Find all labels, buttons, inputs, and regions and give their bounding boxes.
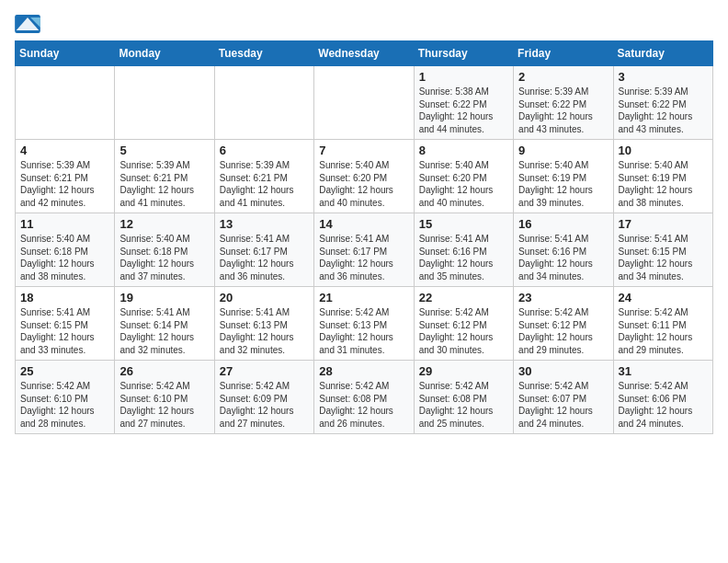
- calendar-day-cell: 5Sunrise: 5:39 AM Sunset: 6:21 PM Daylig…: [115, 140, 214, 213]
- calendar-day-cell: 22Sunrise: 5:42 AM Sunset: 6:12 PM Dayli…: [414, 287, 513, 361]
- calendar-day-cell: 27Sunrise: 5:42 AM Sunset: 6:09 PM Dayli…: [214, 361, 313, 434]
- day-info: Sunrise: 5:41 AM Sunset: 6:15 PM Dayligh…: [20, 306, 109, 356]
- day-number: 4: [20, 144, 109, 157]
- day-number: 8: [419, 144, 508, 157]
- calendar-day-cell: 1Sunrise: 5:38 AM Sunset: 6:22 PM Daylig…: [414, 66, 513, 140]
- day-info: Sunrise: 5:40 AM Sunset: 6:19 PM Dayligh…: [518, 159, 608, 209]
- calendar-day-cell: 21Sunrise: 5:42 AM Sunset: 6:13 PM Dayli…: [314, 287, 414, 361]
- calendar-day-cell: 11Sunrise: 5:40 AM Sunset: 6:18 PM Dayli…: [16, 213, 115, 287]
- day-info: Sunrise: 5:42 AM Sunset: 6:10 PM Dayligh…: [119, 380, 209, 430]
- day-number: 28: [319, 364, 408, 378]
- day-number: 31: [619, 364, 708, 378]
- day-number: 27: [220, 364, 309, 378]
- day-number: 25: [20, 364, 109, 378]
- day-number: 3: [619, 70, 708, 84]
- day-info: Sunrise: 5:39 AM Sunset: 6:22 PM Dayligh…: [518, 86, 608, 135]
- calendar-day-cell: [314, 66, 414, 140]
- day-info: Sunrise: 5:41 AM Sunset: 6:17 PM Dayligh…: [319, 233, 408, 282]
- day-number: 9: [518, 144, 608, 157]
- calendar-day-cell: 29Sunrise: 5:42 AM Sunset: 6:08 PM Dayli…: [414, 361, 513, 434]
- calendar-day-cell: 13Sunrise: 5:41 AM Sunset: 6:17 PM Dayli…: [214, 213, 313, 287]
- calendar-day-cell: 17Sunrise: 5:41 AM Sunset: 6:15 PM Dayli…: [613, 213, 712, 287]
- day-info: Sunrise: 5:41 AM Sunset: 6:13 PM Dayligh…: [220, 306, 309, 356]
- day-number: 11: [20, 217, 109, 231]
- day-info: Sunrise: 5:40 AM Sunset: 6:18 PM Dayligh…: [20, 233, 109, 282]
- day-number: 26: [119, 364, 209, 378]
- calendar-day-cell: 31Sunrise: 5:42 AM Sunset: 6:06 PM Dayli…: [613, 361, 712, 434]
- day-info: Sunrise: 5:39 AM Sunset: 6:21 PM Dayligh…: [20, 159, 109, 209]
- day-number: 1: [419, 70, 508, 84]
- day-info: Sunrise: 5:42 AM Sunset: 6:06 PM Dayligh…: [619, 380, 708, 430]
- day-info: Sunrise: 5:41 AM Sunset: 6:16 PM Dayligh…: [518, 233, 608, 282]
- calendar-day-cell: 7Sunrise: 5:40 AM Sunset: 6:20 PM Daylig…: [314, 140, 414, 213]
- calendar-day-cell: 18Sunrise: 5:41 AM Sunset: 6:15 PM Dayli…: [16, 287, 115, 361]
- calendar-day-cell: [115, 66, 214, 140]
- weekday-header-monday: Monday: [115, 41, 214, 66]
- calendar-day-cell: 10Sunrise: 5:40 AM Sunset: 6:19 PM Dayli…: [613, 140, 712, 213]
- weekday-header-tuesday: Tuesday: [214, 41, 313, 66]
- calendar-day-cell: 24Sunrise: 5:42 AM Sunset: 6:11 PM Dayli…: [613, 287, 712, 361]
- day-number: 12: [119, 217, 209, 231]
- day-info: Sunrise: 5:38 AM Sunset: 6:22 PM Dayligh…: [419, 86, 508, 135]
- day-number: 21: [319, 291, 408, 304]
- calendar-day-cell: 15Sunrise: 5:41 AM Sunset: 6:16 PM Dayli…: [414, 213, 513, 287]
- day-info: Sunrise: 5:40 AM Sunset: 6:20 PM Dayligh…: [319, 159, 408, 209]
- day-number: 30: [518, 364, 608, 378]
- calendar-day-cell: 9Sunrise: 5:40 AM Sunset: 6:19 PM Daylig…: [514, 140, 613, 213]
- day-info: Sunrise: 5:42 AM Sunset: 6:11 PM Dayligh…: [619, 306, 708, 356]
- day-number: 16: [518, 217, 608, 231]
- day-info: Sunrise: 5:39 AM Sunset: 6:22 PM Dayligh…: [619, 86, 708, 135]
- calendar-day-cell: 3Sunrise: 5:39 AM Sunset: 6:22 PM Daylig…: [613, 66, 712, 140]
- weekday-header-friday: Friday: [514, 41, 613, 66]
- day-number: 23: [518, 291, 608, 304]
- calendar-day-cell: [16, 66, 115, 140]
- day-info: Sunrise: 5:39 AM Sunset: 6:21 PM Dayligh…: [220, 159, 309, 209]
- calendar-day-cell: 8Sunrise: 5:40 AM Sunset: 6:20 PM Daylig…: [414, 140, 513, 213]
- day-number: 7: [319, 144, 408, 157]
- calendar-week-4: 18Sunrise: 5:41 AM Sunset: 6:15 PM Dayli…: [16, 287, 713, 361]
- day-number: 18: [20, 291, 109, 304]
- day-info: Sunrise: 5:41 AM Sunset: 6:17 PM Dayligh…: [220, 233, 309, 282]
- calendar-week-1: 1Sunrise: 5:38 AM Sunset: 6:22 PM Daylig…: [16, 66, 713, 140]
- header: [15, 15, 713, 33]
- day-number: 13: [220, 217, 309, 231]
- calendar-day-cell: 26Sunrise: 5:42 AM Sunset: 6:10 PM Dayli…: [115, 361, 214, 434]
- day-info: Sunrise: 5:42 AM Sunset: 6:12 PM Dayligh…: [419, 306, 508, 356]
- day-info: Sunrise: 5:42 AM Sunset: 6:10 PM Dayligh…: [20, 380, 109, 430]
- calendar-week-5: 25Sunrise: 5:42 AM Sunset: 6:10 PM Dayli…: [16, 361, 713, 434]
- day-number: 15: [419, 217, 508, 231]
- calendar-day-cell: 19Sunrise: 5:41 AM Sunset: 6:14 PM Dayli…: [115, 287, 214, 361]
- day-number: 29: [419, 364, 508, 378]
- calendar-day-cell: 25Sunrise: 5:42 AM Sunset: 6:10 PM Dayli…: [16, 361, 115, 434]
- calendar-day-cell: 16Sunrise: 5:41 AM Sunset: 6:16 PM Dayli…: [514, 213, 613, 287]
- calendar-day-cell: [214, 66, 313, 140]
- calendar-day-cell: 14Sunrise: 5:41 AM Sunset: 6:17 PM Dayli…: [314, 213, 414, 287]
- day-info: Sunrise: 5:42 AM Sunset: 6:08 PM Dayligh…: [319, 380, 408, 430]
- weekday-header-wednesday: Wednesday: [314, 41, 414, 66]
- calendar-header: SundayMondayTuesdayWednesdayThursdayFrid…: [16, 41, 713, 66]
- day-number: 22: [419, 291, 508, 304]
- weekday-row: SundayMondayTuesdayWednesdayThursdayFrid…: [16, 41, 713, 66]
- day-number: 24: [619, 291, 708, 304]
- day-number: 17: [619, 217, 708, 231]
- calendar-week-3: 11Sunrise: 5:40 AM Sunset: 6:18 PM Dayli…: [16, 213, 713, 287]
- day-number: 14: [319, 217, 408, 231]
- calendar-day-cell: 28Sunrise: 5:42 AM Sunset: 6:08 PM Dayli…: [314, 361, 414, 434]
- day-number: 10: [619, 144, 708, 157]
- day-info: Sunrise: 5:42 AM Sunset: 6:09 PM Dayligh…: [220, 380, 309, 430]
- day-info: Sunrise: 5:42 AM Sunset: 6:08 PM Dayligh…: [419, 380, 508, 430]
- day-info: Sunrise: 5:41 AM Sunset: 6:14 PM Dayligh…: [119, 306, 209, 356]
- calendar-day-cell: 12Sunrise: 5:40 AM Sunset: 6:18 PM Dayli…: [115, 213, 214, 287]
- calendar-day-cell: 4Sunrise: 5:39 AM Sunset: 6:21 PM Daylig…: [16, 140, 115, 213]
- weekday-header-thursday: Thursday: [414, 41, 513, 66]
- calendar-day-cell: 20Sunrise: 5:41 AM Sunset: 6:13 PM Dayli…: [214, 287, 313, 361]
- calendar-week-2: 4Sunrise: 5:39 AM Sunset: 6:21 PM Daylig…: [16, 140, 713, 213]
- weekday-header-saturday: Saturday: [613, 41, 712, 66]
- day-number: 2: [518, 70, 608, 84]
- day-number: 6: [220, 144, 309, 157]
- calendar-body: 1Sunrise: 5:38 AM Sunset: 6:22 PM Daylig…: [16, 66, 713, 434]
- day-info: Sunrise: 5:42 AM Sunset: 6:12 PM Dayligh…: [518, 306, 608, 356]
- calendar-day-cell: 30Sunrise: 5:42 AM Sunset: 6:07 PM Dayli…: [514, 361, 613, 434]
- day-info: Sunrise: 5:41 AM Sunset: 6:15 PM Dayligh…: [619, 233, 708, 282]
- weekday-header-sunday: Sunday: [16, 41, 115, 66]
